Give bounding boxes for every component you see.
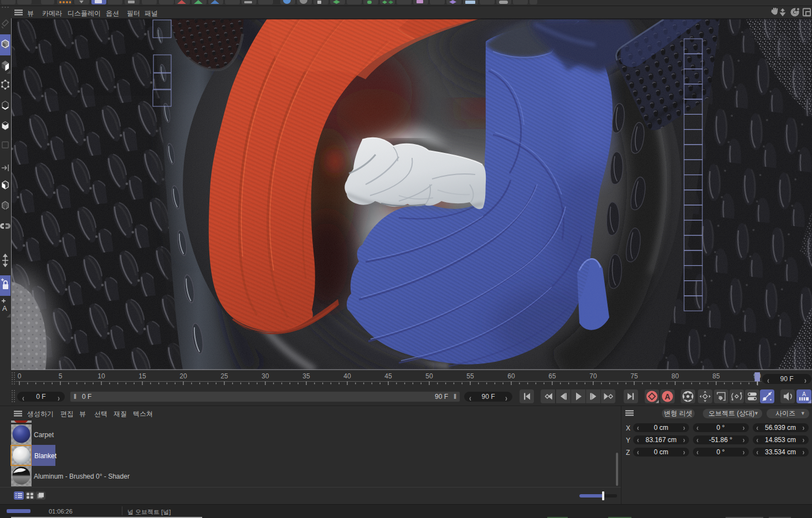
svg-text:70: 70 [589,372,597,380]
svg-text:80: 80 [671,372,679,380]
svg-text:40: 40 [343,372,351,380]
svg-text:30: 30 [261,372,269,380]
svg-text:5: 5 [59,372,63,380]
svg-text:A: A [802,391,806,397]
svg-text:50: 50 [425,372,433,380]
svg-text:75: 75 [630,372,638,380]
svg-text:15: 15 [138,372,146,380]
svg-text:65: 65 [548,372,556,380]
svg-text:0: 0 [18,372,22,380]
svg-text:A: A [2,304,7,312]
svg-text:20: 20 [179,372,187,380]
svg-text:60: 60 [507,372,515,380]
svg-text:85: 85 [712,372,720,380]
svg-text:55: 55 [466,372,474,380]
svg-text:10: 10 [97,372,105,380]
svg-text:A: A [664,392,670,401]
svg-text:45: 45 [384,372,392,380]
svg-text:35: 35 [302,372,310,380]
svg-text:25: 25 [220,372,228,380]
